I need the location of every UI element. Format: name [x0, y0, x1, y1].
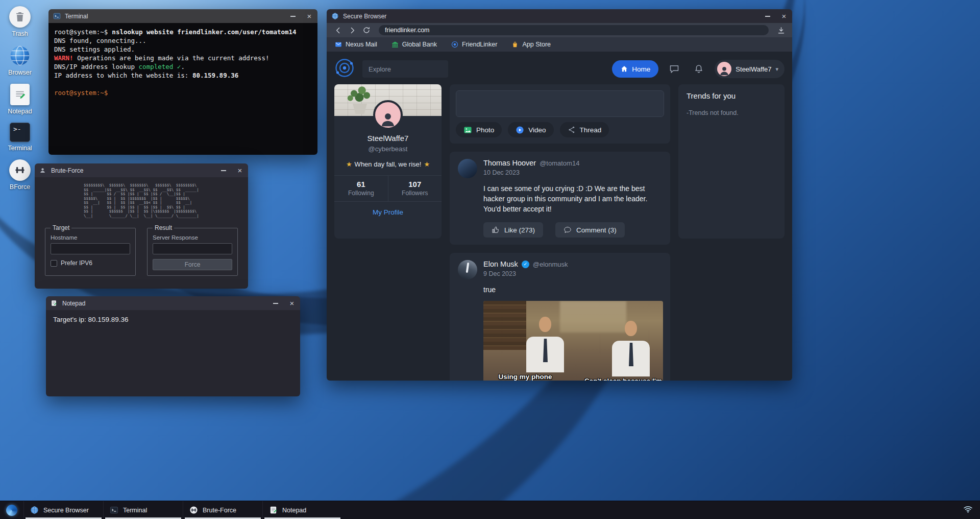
- bookmark-nexus-mail[interactable]: Nexus Mail: [335, 41, 377, 48]
- wifi-icon[interactable]: [963, 504, 973, 516]
- prefer-ipv6-checkbox[interactable]: [51, 260, 57, 267]
- server-response-input[interactable]: [153, 243, 232, 254]
- profile-tagline: ★When day fall, we rise!★: [334, 160, 442, 168]
- desktop-icon-bforce[interactable]: BForce: [3, 159, 37, 191]
- browser-close-button[interactable]: ×: [776, 9, 792, 23]
- like-button[interactable]: Like (273): [483, 222, 543, 238]
- my-profile-link[interactable]: My Profile: [334, 202, 442, 223]
- download-icon[interactable]: [775, 24, 787, 36]
- force-button[interactable]: Force: [153, 259, 232, 270]
- messages-button[interactable]: [666, 60, 683, 78]
- ip-address-value: 80.159.89.36: [192, 72, 238, 79]
- desktop-icon-terminal[interactable]: >- Terminal: [3, 123, 37, 152]
- bookmark-app-store[interactable]: App Store: [511, 41, 551, 48]
- hostname-label: Hostname: [51, 234, 130, 241]
- post-author-avatar[interactable]: [458, 159, 477, 178]
- notepad-text-area[interactable]: Target's ip: 80.159.89.36: [46, 310, 300, 396]
- bruteforce-window: Brute-Force × $$$$$$$$\ $$$$$$\ $$$$$$$\…: [35, 163, 248, 289]
- chevron-down-icon: ▾: [775, 66, 778, 73]
- taskbar-item-brute-force[interactable]: Brute-Force: [183, 501, 262, 519]
- bell-icon: [694, 64, 704, 74]
- browser-window: Secure Browser × Nexus Mail: [327, 9, 792, 381]
- bruteforce-titlebar[interactable]: Brute-Force ×: [35, 163, 248, 177]
- explore-search-input[interactable]: [362, 60, 448, 78]
- terminal-titlebar[interactable]: Terminal ×: [48, 9, 317, 23]
- thread-button[interactable]: Thread: [560, 122, 609, 137]
- post-meme-image[interactable]: Using my phone because I can't sleep Can…: [483, 301, 663, 381]
- plant-image: [347, 85, 373, 105]
- person-icon: [379, 110, 397, 128]
- taskbar-item-secure-browser[interactable]: Secure Browser: [23, 501, 103, 519]
- notifications-button[interactable]: [690, 60, 707, 78]
- account-menu[interactable]: SteelWaffe7 ▾: [715, 60, 785, 78]
- comment-button[interactable]: Comment (3): [555, 222, 625, 238]
- profile-avatar[interactable]: [373, 100, 403, 130]
- post-author-name[interactable]: Thomas Hoover: [483, 159, 536, 167]
- terminal-line: DNS found, connecting...: [54, 36, 312, 45]
- post-author-handle[interactable]: @elonmusk: [533, 261, 568, 268]
- terminal-window-title: Terminal: [65, 13, 285, 20]
- chat-bubble-icon: [669, 64, 679, 74]
- home-nav-button[interactable]: Home: [612, 60, 658, 78]
- taskbar-item-terminal[interactable]: Terminal: [103, 501, 183, 519]
- composer-actions: Photo Video Thread: [456, 122, 664, 137]
- profile-name: SteelWaffe7: [334, 134, 442, 143]
- trash-icon: [9, 6, 31, 28]
- bank-icon: [391, 41, 399, 48]
- notepad-window-title: Notepad: [62, 300, 267, 307]
- terminal-command: nslookup website friendlinker.com/user/t…: [112, 28, 296, 36]
- bruteforce-close-button[interactable]: ×: [232, 163, 248, 177]
- post-author-handle[interactable]: @tomatom14: [540, 159, 579, 167]
- url-bar[interactable]: [379, 25, 769, 35]
- post-author-name[interactable]: Elon Musk: [483, 260, 518, 268]
- shopping-bag-icon: [511, 41, 519, 48]
- bookmark-global-bank[interactable]: Global Bank: [391, 41, 437, 48]
- notepad-minimize-button[interactable]: [267, 296, 284, 310]
- target-legend: Target: [51, 224, 71, 231]
- desktop-icon-label: Browser: [8, 69, 32, 76]
- feed-column: Photo Video Thread: [450, 84, 670, 381]
- terminal-icon: >-: [10, 123, 30, 142]
- refresh-button[interactable]: [360, 24, 373, 36]
- terminal-close-button[interactable]: ×: [301, 9, 317, 23]
- target-icon: [451, 41, 458, 48]
- meme-caption-left: Using my phone because I can't sleep: [486, 373, 564, 381]
- hostname-input[interactable]: [51, 243, 130, 254]
- status-completed: completed: [139, 63, 174, 70]
- forward-button[interactable]: [346, 24, 358, 36]
- desktop-icon-notepad[interactable]: Notepad: [3, 84, 37, 115]
- back-button[interactable]: [332, 24, 344, 36]
- post-thomas-hoover: Thomas Hoover @tomatom14 10 Dec 2023 I c…: [450, 152, 670, 245]
- notepad-titlebar[interactable]: Notepad ×: [46, 296, 300, 310]
- friendlinker-logo[interactable]: [334, 58, 355, 80]
- photo-button[interactable]: Photo: [456, 122, 502, 137]
- bruteforce-minimize-button[interactable]: [215, 163, 232, 177]
- start-button[interactable]: [0, 501, 23, 519]
- result-fieldset: Result Server Response Force: [147, 224, 238, 276]
- desktop-icon-trash[interactable]: Trash: [3, 6, 37, 37]
- browser-minimize-button[interactable]: [760, 9, 776, 23]
- minimize-icon: [221, 170, 226, 171]
- composer-input[interactable]: [456, 90, 664, 117]
- taskbar-item-notepad[interactable]: Notepad: [262, 501, 342, 519]
- notepad-window-icon: [51, 299, 59, 308]
- bookmark-friendlinker[interactable]: FriendLinker: [451, 41, 497, 48]
- notepad-close-button[interactable]: ×: [284, 296, 300, 310]
- desktop: Trash Browser Notepad >- Terminal: [0, 0, 980, 519]
- terminal-output[interactable]: root@system:~$nslookup website friendlin…: [48, 23, 317, 155]
- target-fieldset: Target Hostname Prefer IPV6: [45, 224, 136, 276]
- browser-titlebar[interactable]: Secure Browser ×: [327, 9, 792, 23]
- post-date: 9 Dec 2023: [483, 270, 568, 277]
- desktop-icon-label: Notepad: [8, 108, 32, 115]
- browser-navbar: [327, 23, 792, 37]
- desktop-icon-browser[interactable]: Browser: [3, 45, 37, 76]
- trends-card: Trends for you -Trends not found.: [678, 84, 785, 239]
- terminal-minimize-button[interactable]: [285, 9, 301, 23]
- post-author-avatar[interactable]: [458, 260, 477, 279]
- post-date: 10 Dec 2023: [483, 169, 579, 176]
- post-text: true: [483, 285, 662, 295]
- prefer-ipv6-option[interactable]: Prefer IPV6: [51, 260, 130, 267]
- video-button[interactable]: Video: [508, 122, 553, 137]
- following-stat[interactable]: 61 Following: [334, 176, 388, 201]
- followers-stat[interactable]: 107 Followers: [388, 176, 442, 201]
